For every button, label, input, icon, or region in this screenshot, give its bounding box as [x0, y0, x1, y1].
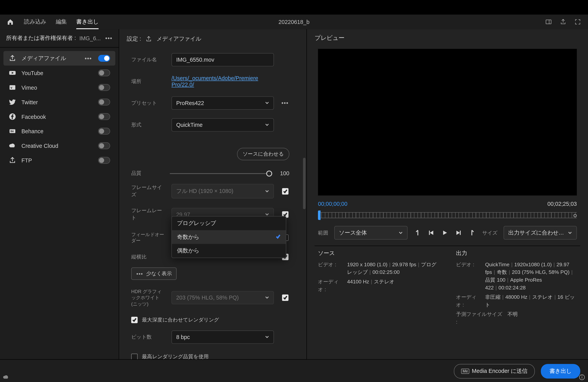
- hdr-label: HDR グラフィックホワイト (ニッツ): [131, 288, 165, 307]
- destination-toggle[interactable]: [98, 99, 110, 106]
- destination-more-icon[interactable]: •••: [84, 55, 92, 62]
- svg-text:v: v: [10, 86, 12, 89]
- destination-toggle[interactable]: [98, 55, 110, 62]
- frame-size-lock-checkbox[interactable]: [282, 188, 288, 194]
- source-title: ソース: [318, 250, 439, 257]
- share-icon[interactable]: [560, 19, 567, 25]
- destination-label: Facebook: [21, 113, 93, 120]
- field-order-option-odd[interactable]: 奇数から: [172, 230, 286, 244]
- play-button[interactable]: [441, 229, 449, 237]
- frame-size-select[interactable]: フル HD (1920 × 1080): [171, 184, 274, 199]
- timeline[interactable]: [318, 211, 577, 220]
- timecode-out[interactable]: 00;02;25;03: [547, 201, 577, 207]
- sidebar: 所有者または著作権保有者 : IMG_6... ••• メディアファイル•••Y…: [0, 29, 119, 359]
- in-point-marker[interactable]: [318, 211, 320, 220]
- youtube-icon: [9, 69, 16, 77]
- quality-value: 100: [277, 170, 289, 177]
- settings-panel: 設定 : メディアファイル ファイル名 IMG_6550.mov 場所 /Use…: [119, 29, 307, 359]
- output-info: 出力 ビデオ :QuickTime|1920x1080 (1.0)|29.97 …: [456, 250, 577, 328]
- owner-value: IMG_6...: [79, 35, 102, 42]
- format-select[interactable]: QuickTime: [171, 118, 274, 131]
- frame-size-label: フレームサイズ: [131, 184, 165, 199]
- file-name-label: ファイル名: [131, 56, 165, 64]
- max-render-quality-label: 最高レンダリング品質を使用: [142, 353, 209, 359]
- out-point-marker[interactable]: [573, 214, 577, 217]
- hdr-select[interactable]: 203 (75% HLG, 58% PQ): [171, 291, 274, 304]
- match-source-button[interactable]: ソースに合わせる: [237, 148, 289, 160]
- home-icon[interactable]: [0, 19, 21, 25]
- max-depth-label: 最大深度に合わせてレンダリング: [142, 316, 219, 323]
- range-select[interactable]: ソース全体: [334, 226, 408, 240]
- destination-twitter[interactable]: Twitter: [3, 95, 115, 109]
- settings-title: メディアファイル: [157, 35, 201, 43]
- behance-icon: Bē: [9, 127, 16, 135]
- destination-label: Behance: [21, 128, 93, 134]
- file-name-input[interactable]: IMG_6550.mov: [171, 53, 274, 66]
- destination-toggle[interactable]: [98, 69, 110, 76]
- preset-more-icon[interactable]: •••: [281, 100, 289, 106]
- destination-youtube[interactable]: YouTube: [3, 65, 115, 80]
- creativecloud-icon: [9, 142, 16, 150]
- vimeo-icon: v: [9, 84, 16, 91]
- twitter-icon: [9, 98, 16, 106]
- destination-media-file[interactable]: メディアファイル•••: [3, 51, 115, 65]
- fullscreen-icon[interactable]: [574, 19, 581, 25]
- preset-label: プリセット: [131, 99, 165, 106]
- info-icon[interactable]: [578, 374, 585, 381]
- destination-facebook[interactable]: Facebook: [3, 109, 115, 124]
- menubar: 読み込み 編集 書き出し 20220618_b: [0, 15, 588, 29]
- destination-creativecloud[interactable]: Creative Cloud: [3, 138, 115, 153]
- tab-import[interactable]: 読み込み: [24, 15, 46, 29]
- destination-ftp[interactable]: FTP: [3, 153, 115, 168]
- show-less-button[interactable]: •••少なく表示: [131, 267, 177, 280]
- quality-label: 品質: [131, 170, 165, 177]
- preview-viewport[interactable]: [318, 49, 577, 195]
- destination-toggle[interactable]: [98, 84, 110, 91]
- mark-in-button[interactable]: [414, 229, 421, 237]
- max-depth-checkbox[interactable]: [131, 317, 137, 323]
- preview-panel: プレビュー 00;00;00;00 00;02;25;03 範囲 ソース全体: [307, 29, 588, 359]
- bit-select[interactable]: 8 bpc: [171, 330, 274, 344]
- location-link[interactable]: /Users/_ocuments/Adobe/Premiere Pro/22.0…: [171, 75, 274, 88]
- field-order-option-even[interactable]: 偶数から: [172, 244, 286, 258]
- tab-export[interactable]: 書き出し: [76, 15, 99, 29]
- scrollbar[interactable]: [303, 158, 305, 209]
- creative-cloud-icon[interactable]: [2, 374, 9, 381]
- destination-behance[interactable]: BēBehance: [3, 124, 115, 138]
- destination-toggle[interactable]: [98, 113, 110, 120]
- output-title: 出力: [456, 250, 577, 257]
- tab-edit[interactable]: 編集: [56, 15, 67, 29]
- me-icon: Me: [461, 368, 469, 373]
- location-label: 場所: [131, 78, 165, 85]
- quality-slider[interactable]: [170, 173, 272, 174]
- hdr-lock-checkbox[interactable]: [282, 295, 288, 301]
- step-forward-button[interactable]: [455, 229, 462, 237]
- max-render-quality-checkbox[interactable]: [131, 354, 137, 359]
- source-info: ソース ビデオ :1920 x 1080 (1.0)|29.978 fps|プロ…: [318, 250, 439, 328]
- footer: Me Media Encoder に送信 書き出し: [0, 359, 588, 382]
- format-label: 形式: [131, 121, 165, 128]
- send-to-media-encoder-button[interactable]: Me Media Encoder に送信: [454, 364, 535, 378]
- owner-label: 所有者または著作権保有者 :: [6, 34, 76, 42]
- media-file-icon: [9, 54, 16, 62]
- owner-more-icon[interactable]: •••: [105, 35, 113, 42]
- destination-toggle[interactable]: [98, 128, 110, 135]
- frame-rate-label: フレームレート: [131, 207, 165, 222]
- destination-toggle[interactable]: [98, 157, 110, 164]
- project-title: 20220618_b: [278, 19, 309, 25]
- field-order-option-progressive[interactable]: プログレッシブ: [172, 216, 286, 230]
- mark-out-button[interactable]: [468, 229, 476, 237]
- timecode-in[interactable]: 00;00;00;00: [318, 201, 347, 207]
- field-order-label: フィールドオーダー: [131, 232, 165, 244]
- destination-label: Twitter: [21, 99, 93, 105]
- destination-toggle[interactable]: [98, 142, 110, 149]
- svg-text:Bē: Bē: [10, 130, 14, 133]
- destination-vimeo[interactable]: vVimeo: [3, 80, 115, 95]
- preset-select[interactable]: ProRes422: [171, 96, 274, 110]
- size-select[interactable]: 出力サイズに合わせ…: [504, 226, 577, 240]
- preview-title: プレビュー: [315, 34, 580, 42]
- panel-icon[interactable]: [545, 19, 552, 25]
- step-back-button[interactable]: [427, 229, 435, 237]
- destination-label: Vimeo: [21, 84, 93, 91]
- export-button[interactable]: 書き出し: [541, 364, 580, 378]
